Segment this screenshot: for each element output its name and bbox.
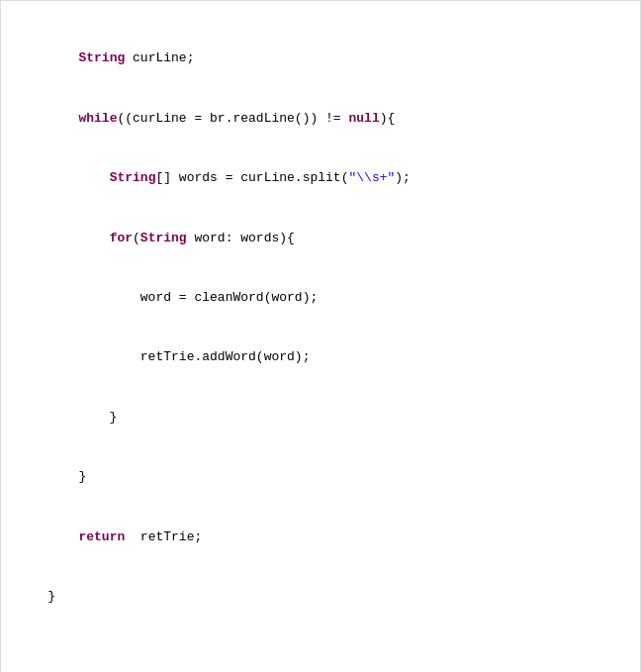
code-line-blank: [17, 647, 624, 667]
code-line-9: return retTrie;: [17, 528, 624, 547]
code-line-3: String[] words = curLine.split("\\s+");: [17, 168, 624, 188]
code-line-10: }: [17, 587, 624, 607]
code-line-2: while((curLine = br.readLine()) != null)…: [17, 109, 624, 129]
code-line-5: word = cleanWord(word);: [17, 288, 624, 308]
code-line-1: String curLine;: [17, 48, 624, 68]
code-line-4: for(String word: words){: [17, 229, 624, 248]
code-line-6: retTrie.addWord(word);: [17, 347, 624, 367]
code-content: String curLine; while((curLine = br.read…: [1, 9, 640, 672]
code-line-8: }: [17, 467, 624, 487]
code-editor: String curLine; while((curLine = br.read…: [0, 0, 641, 672]
code-line-7: }: [17, 408, 624, 428]
